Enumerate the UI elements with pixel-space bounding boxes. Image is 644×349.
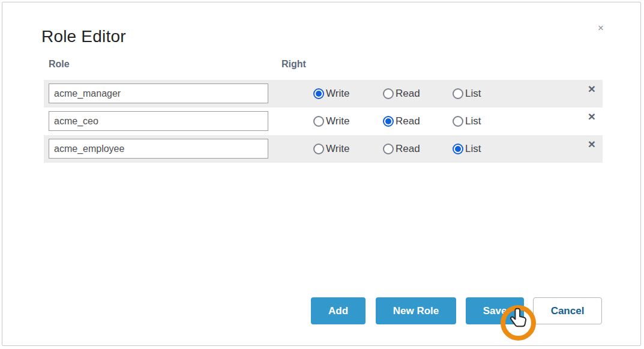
page-title: Role Editor	[41, 27, 126, 46]
role-name-input[interactable]	[49, 111, 268, 131]
radio-icon	[313, 116, 324, 127]
column-header-role: Role	[49, 59, 70, 70]
radio-read[interactable]: Read	[383, 135, 420, 163]
radio-write[interactable]: Write	[313, 80, 349, 108]
new-role-button[interactable]: New Role	[376, 297, 456, 324]
radio-read[interactable]: Read	[383, 80, 420, 108]
radio-list[interactable]: List	[453, 80, 481, 108]
delete-row-icon[interactable]: ×	[588, 81, 595, 97]
radio-write[interactable]: Write	[313, 108, 349, 135]
delete-row-icon[interactable]: ×	[588, 109, 595, 124]
radio-icon	[453, 144, 463, 154]
radio-read[interactable]: Read	[383, 108, 420, 135]
radio-icon	[313, 144, 324, 154]
radio-icon	[453, 116, 463, 127]
radio-icon	[383, 88, 394, 99]
radio-icon	[383, 116, 394, 127]
cancel-button[interactable]: Cancel	[533, 297, 602, 324]
radio-write[interactable]: Write	[313, 135, 349, 163]
save-button[interactable]: Save	[466, 297, 524, 324]
delete-row-icon[interactable]: ×	[588, 136, 595, 152]
table-row: Write Read List ×	[44, 135, 603, 163]
radio-list[interactable]: List	[453, 108, 481, 135]
role-table: Write Read List × Write Read	[44, 80, 603, 163]
role-name-input[interactable]	[49, 83, 268, 103]
radio-icon	[383, 144, 394, 154]
radio-icon	[313, 88, 324, 99]
radio-icon	[453, 88, 463, 99]
role-name-input[interactable]	[49, 139, 268, 159]
close-icon[interactable]: ×	[594, 22, 607, 35]
table-row: Write Read List ×	[44, 108, 603, 135]
role-editor-dialog: Role Editor × Role Right Write Read List…	[2, 2, 641, 346]
radio-list[interactable]: List	[453, 135, 481, 163]
column-header-right: Right	[281, 59, 306, 70]
table-row: Write Read List ×	[44, 80, 603, 108]
add-button[interactable]: Add	[311, 297, 366, 324]
